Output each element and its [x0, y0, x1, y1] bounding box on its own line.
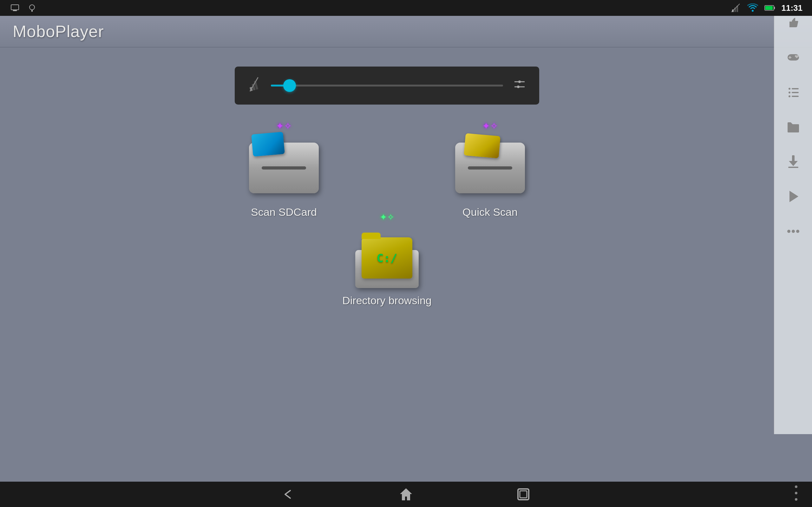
scan-sdcard-label: Scan SDCard	[251, 206, 317, 218]
sidebar-folder[interactable]	[784, 117, 803, 136]
battery-icon	[764, 3, 775, 13]
svg-point-28	[789, 88, 791, 90]
svg-point-17	[518, 80, 521, 83]
directory-sparkle: ✦✧	[380, 212, 394, 222]
svg-point-32	[789, 95, 791, 97]
directory-browsing-icon-wrapper: ✦✧ C:/	[352, 231, 422, 288]
options-row-center: ✦✧ C:/ Directory browsing	[0, 231, 774, 307]
signal-mute-icon	[730, 3, 741, 13]
volume-slider-thumb[interactable]	[283, 79, 296, 92]
status-bar: 11:31	[0, 0, 812, 16]
svg-point-38	[796, 230, 799, 233]
scan-sdcard-slot	[262, 166, 306, 170]
sidebar-download[interactable]	[784, 152, 803, 171]
svg-rect-29	[792, 88, 799, 89]
nav-back-button[interactable]	[277, 483, 300, 505]
svg-rect-1	[13, 10, 17, 11]
quick-scan-card-yellow	[464, 133, 501, 158]
svg-point-43	[795, 498, 798, 501]
directory-browsing-label: Directory browsing	[342, 294, 432, 307]
svg-point-20	[517, 86, 519, 88]
quick-scan-sparkle: ✦✧	[482, 120, 498, 131]
quick-scan-scanner-base	[455, 143, 525, 193]
quick-scan-option[interactable]: ✦✧ Quick Scan	[450, 136, 530, 218]
app-header: MoboPlayer	[0, 16, 812, 48]
notification-icon-1	[9, 3, 20, 13]
app-title: MoboPlayer	[13, 22, 104, 41]
directory-browsing-option[interactable]: ✦✧ C:/ Directory browsing	[342, 231, 432, 307]
sidebar-list[interactable]	[784, 82, 803, 101]
svg-rect-10	[774, 7, 774, 9]
nav-recents-button[interactable]	[512, 483, 535, 505]
scan-sdcard-card-blue	[251, 132, 285, 157]
directory-folder-text: C:/	[376, 251, 397, 265]
bottom-nav	[0, 482, 812, 507]
wifi-icon	[747, 3, 758, 13]
scan-sdcard-icon-wrapper: ✦✧	[244, 136, 323, 200]
nav-home-button[interactable]	[395, 483, 417, 505]
svg-point-27	[796, 56, 798, 58]
sidebar-gamepad[interactable]	[784, 48, 803, 66]
svg-point-37	[792, 230, 795, 233]
status-time: 11:31	[781, 3, 803, 13]
notification-icon-2	[27, 3, 38, 13]
right-sidebar	[774, 0, 812, 434]
svg-rect-40	[520, 491, 527, 498]
svg-point-30	[789, 92, 791, 94]
scan-sdcard-sparkle: ✦✧	[276, 120, 292, 131]
sidebar-more[interactable]	[784, 222, 803, 241]
svg-rect-5	[732, 9, 734, 12]
svg-point-42	[795, 492, 798, 494]
svg-point-2	[30, 5, 35, 10]
status-left-icons	[9, 3, 38, 13]
quick-scan-icon-wrapper: ✦✧	[450, 136, 530, 200]
svg-rect-35	[788, 167, 798, 168]
sidebar-play[interactable]	[784, 187, 803, 206]
directory-folder-base: C:/	[355, 250, 419, 288]
scan-sdcard-option[interactable]: ✦✧ Scan SDCard	[244, 136, 323, 218]
svg-point-8	[752, 10, 754, 12]
main-content: ✦✧ Scan SDCard ✦✧	[0, 48, 774, 482]
content-wrapper: ✦✧ Scan SDCard ✦✧	[0, 48, 812, 482]
scan-sdcard-scanner-base	[249, 143, 319, 193]
directory-folder-tab	[362, 233, 380, 239]
volume-slider-track[interactable]	[271, 84, 503, 87]
svg-rect-0	[11, 5, 19, 10]
status-right-icons: 11:31	[730, 3, 803, 13]
svg-rect-31	[792, 92, 799, 93]
svg-rect-11	[765, 6, 773, 10]
svg-rect-33	[792, 96, 799, 97]
svg-rect-3	[32, 10, 33, 12]
svg-rect-6	[734, 8, 736, 12]
svg-point-41	[795, 486, 798, 488]
volume-bar	[235, 66, 539, 105]
svg-rect-24	[789, 57, 792, 58]
quick-scan-slot	[468, 166, 512, 170]
equalizer-icon[interactable]	[513, 77, 526, 94]
svg-point-36	[787, 230, 791, 233]
bottom-more-dots[interactable]	[793, 484, 799, 505]
options-grid: ✦✧ Scan SDCard ✦✧	[0, 136, 774, 218]
mute-icon[interactable]	[246, 76, 263, 96]
svg-rect-7	[737, 6, 738, 12]
directory-folder-body: C:/	[362, 237, 412, 279]
quick-scan-label: Quick Scan	[462, 206, 518, 218]
